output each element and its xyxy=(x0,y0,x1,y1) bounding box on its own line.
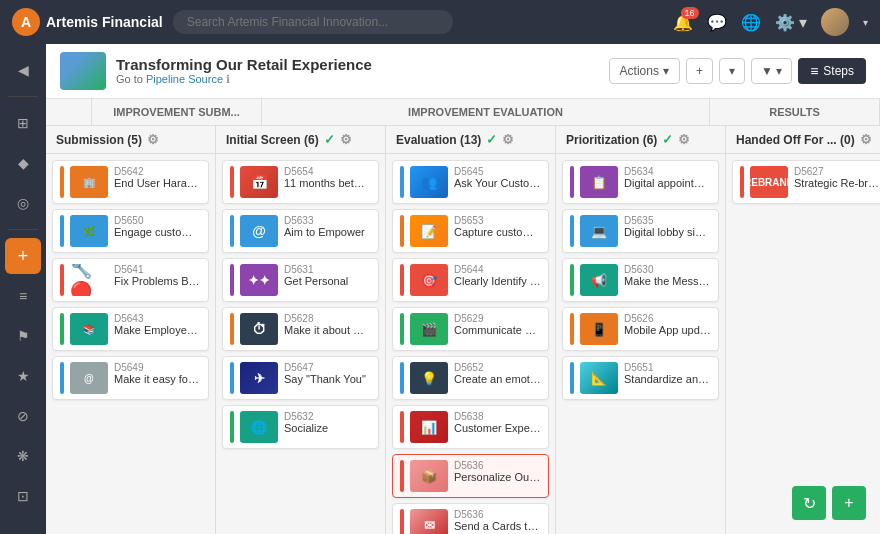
col-check-prioritization[interactable]: ✓ xyxy=(662,132,673,147)
card-accent xyxy=(400,264,404,296)
column-prioritization: Prioritization (6) ✓ ⚙ 📋 D5634 Digital a… xyxy=(556,126,726,534)
card-title: Get Personal xyxy=(284,275,371,287)
card-accent xyxy=(400,166,404,198)
card-title: Make it easy for custo... xyxy=(114,373,201,385)
sidebar-box-btn[interactable]: ⊡ xyxy=(5,478,41,514)
main-layout: ◀ ⊞ ◆ ◎ + ≡ ⚑ ★ ⊘ ❋ ⊡ Transforming Our R… xyxy=(0,44,880,534)
notifications-icon[interactable]: 🔔 16 xyxy=(673,13,693,32)
sidebar-star-btn[interactable]: ★ xyxy=(5,358,41,394)
card-D5652[interactable]: 💡 D5652 Create an emotional co... xyxy=(392,356,549,400)
card-accent xyxy=(230,362,234,394)
fab-add-button[interactable]: + xyxy=(832,486,866,520)
card-accent xyxy=(570,215,574,247)
card-thumb-D5634: 📋 xyxy=(580,166,618,198)
sidebar-collapse-btn[interactable]: ◀ xyxy=(5,52,41,88)
project-info: Transforming Our Retail Experience Go to… xyxy=(116,56,599,86)
column-header-initial-screen: Initial Screen (6) ✓ ⚙ xyxy=(216,126,385,154)
card-id: D5635 xyxy=(624,215,711,226)
card-thumb-D5643: 📚 xyxy=(70,313,108,345)
col-settings-handed-off[interactable]: ⚙ xyxy=(860,132,872,147)
card-D5636[interactable]: ✉ D5636 Send a Cards to Power... xyxy=(392,503,549,534)
card-accent xyxy=(570,166,574,198)
dropdown-button[interactable]: ▾ xyxy=(719,58,745,84)
card-D5627[interactable]: REBRAND D5627 Strategic Re-branding xyxy=(732,160,880,204)
card-D5654[interactable]: 📅 D5654 11 months between th... xyxy=(222,160,379,204)
card-info-D5638: D5638 Customer Experience A... xyxy=(454,411,541,434)
card-title: Aim to Empower xyxy=(284,226,371,238)
settings-gear[interactable]: ⚙️ ▾ xyxy=(775,13,807,32)
filter-button[interactable]: ▼ ▾ xyxy=(751,58,792,84)
card-D5626[interactable]: 📱 D5626 Mobile App update xyxy=(562,307,719,351)
spacer-left xyxy=(46,99,92,125)
col-title-initial-screen: Initial Screen (6) xyxy=(226,133,319,147)
card-info-D5628: D5628 Make it about moments xyxy=(284,313,371,336)
card-D5653[interactable]: 📝 D5653 Capture customer feed... xyxy=(392,209,549,253)
globe-icon[interactable]: 🌐 xyxy=(741,13,761,32)
card-D5645[interactable]: 👥 D5645 Ask Your Customers Qu... xyxy=(392,160,549,204)
card-info-D5645: D5645 Ask Your Customers Qu... xyxy=(454,166,541,189)
sidebar-list-btn[interactable]: ≡ xyxy=(5,278,41,314)
board-columns: Submission (5) ⚙ 🏢 D5642 End User Harass… xyxy=(46,126,880,534)
card-D5636b[interactable]: 📦 D5636 Personalize Our Packa... xyxy=(392,454,549,498)
refresh-button[interactable]: ↻ xyxy=(792,486,826,520)
card-D5633[interactable]: @ D5633 Aim to Empower xyxy=(222,209,379,253)
card-D5641[interactable]: 🔧🔴 D5641 Fix Problems Before Th... xyxy=(52,258,209,302)
card-accent xyxy=(60,362,64,394)
card-info-D5647: D5647 Say "Thank You" xyxy=(284,362,371,385)
card-D5643[interactable]: 📚 D5643 Make Employees Famo... xyxy=(52,307,209,351)
pipeline-source-link[interactable]: Pipeline Source xyxy=(146,73,223,85)
sidebar-flag-btn[interactable]: ⚑ xyxy=(5,318,41,354)
sub-header: Transforming Our Retail Experience Go to… xyxy=(46,44,880,99)
card-id: D5627 xyxy=(794,166,880,177)
add-button[interactable]: + xyxy=(686,58,713,84)
card-accent xyxy=(60,264,64,296)
column-header-evaluation: Evaluation (13) ✓ ⚙ xyxy=(386,126,555,154)
card-title: Make the Message Visu... xyxy=(624,275,711,287)
col-check-evaluation[interactable]: ✓ xyxy=(486,132,497,147)
card-title: Customer Experience A... xyxy=(454,422,541,434)
search-input[interactable] xyxy=(173,10,453,34)
card-info-D5649: D5649 Make it easy for custo... xyxy=(114,362,201,385)
card-D5642[interactable]: 🏢 D5642 End User Harassment xyxy=(52,160,209,204)
column-cards-evaluation: 👥 D5645 Ask Your Customers Qu... 📝 D5653… xyxy=(386,154,555,534)
card-D5649[interactable]: @ D5649 Make it easy for custo... xyxy=(52,356,209,400)
col-settings-evaluation[interactable]: ⚙ xyxy=(502,132,514,147)
card-D5635[interactable]: 💻 D5635 Digital lobby sign-in sy... xyxy=(562,209,719,253)
user-avatar[interactable] xyxy=(821,8,849,36)
sidebar-add-btn[interactable]: + xyxy=(5,238,41,274)
steps-button[interactable]: ≡ Steps xyxy=(798,58,866,84)
user-dropdown-arrow[interactable]: ▾ xyxy=(863,17,868,28)
sidebar-flower-btn[interactable]: ❋ xyxy=(5,438,41,474)
card-D5632[interactable]: 🌐 D5632 Socialize xyxy=(222,405,379,449)
card-D5651[interactable]: 📐 D5651 Standardize and simpli... xyxy=(562,356,719,400)
card-title: Personalize Our Packa... xyxy=(454,471,541,483)
messages-icon[interactable]: 💬 xyxy=(707,13,727,32)
card-D5644[interactable]: 🎯 D5644 Clearly Identify Our Cu... xyxy=(392,258,549,302)
sidebar-grid-btn[interactable]: ⊞ xyxy=(5,105,41,141)
sidebar-diamond-btn[interactable]: ◆ xyxy=(5,145,41,181)
card-title: Capture customer feed... xyxy=(454,226,541,238)
section-header-results: Results xyxy=(710,99,880,125)
card-D5647[interactable]: ✈ D5647 Say "Thank You" xyxy=(222,356,379,400)
card-D5650[interactable]: 🌿 D5650 Engage customers thro... xyxy=(52,209,209,253)
card-D5630[interactable]: 📢 D5630 Make the Message Visu... xyxy=(562,258,719,302)
sidebar-clock-btn[interactable]: ◎ xyxy=(5,185,41,221)
card-thumb-D5626: 📱 xyxy=(580,313,618,345)
column-header-submission: Submission (5) ⚙ xyxy=(46,126,215,154)
section-header-subm: Improvement Subm... xyxy=(92,99,262,125)
card-accent xyxy=(570,362,574,394)
card-accent xyxy=(570,313,574,345)
card-D5634[interactable]: 📋 D5634 Digital appointment se... xyxy=(562,160,719,204)
card-thumb-D5651: 📐 xyxy=(580,362,618,394)
actions-button[interactable]: Actions ▾ xyxy=(609,58,680,84)
card-D5629[interactable]: 🎬 D5629 Communicate with vid... xyxy=(392,307,549,351)
sidebar-block-btn[interactable]: ⊘ xyxy=(5,398,41,434)
card-D5638[interactable]: 📊 D5638 Customer Experience A... xyxy=(392,405,549,449)
col-settings-submission[interactable]: ⚙ xyxy=(147,132,159,147)
col-settings-prioritization[interactable]: ⚙ xyxy=(678,132,690,147)
card-id: D5645 xyxy=(454,166,541,177)
card-D5628[interactable]: ⏱ D5628 Make it about moments xyxy=(222,307,379,351)
card-D5631[interactable]: ✦✦ D5631 Get Personal xyxy=(222,258,379,302)
col-settings-initial-screen[interactable]: ⚙ xyxy=(340,132,352,147)
col-check-initial-screen[interactable]: ✓ xyxy=(324,132,335,147)
